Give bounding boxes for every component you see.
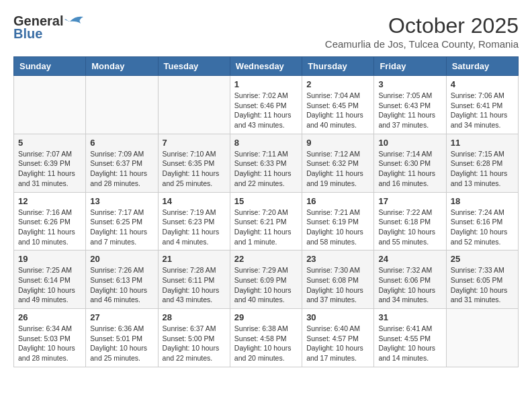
- day-info: Sunrise: 7:12 AM Sunset: 6:32 PM Dayligh…: [306, 149, 369, 189]
- day-info: Sunrise: 7:24 AM Sunset: 6:16 PM Dayligh…: [451, 208, 514, 247]
- day-number: 11: [451, 138, 514, 148]
- day-info: Sunrise: 7:32 AM Sunset: 6:06 PM Dayligh…: [378, 265, 441, 305]
- day-number: 15: [234, 196, 298, 206]
- day-info: Sunrise: 6:36 AM Sunset: 5:01 PM Dayligh…: [90, 324, 153, 363]
- calendar-day-3: 3Sunrise: 7:05 AM Sunset: 6:43 PM Daylig…: [374, 76, 446, 134]
- day-info: Sunrise: 7:30 AM Sunset: 6:08 PM Dayligh…: [306, 265, 369, 305]
- day-number: 22: [234, 254, 298, 264]
- day-info: Sunrise: 7:11 AM Sunset: 6:33 PM Dayligh…: [234, 149, 298, 189]
- day-info: Sunrise: 7:26 AM Sunset: 6:13 PM Dayligh…: [90, 265, 153, 305]
- weekday-header-monday: Monday: [86, 57, 158, 76]
- day-number: 31: [378, 312, 441, 322]
- calendar-day-29: 29Sunrise: 6:38 AM Sunset: 4:58 PM Dayli…: [230, 309, 302, 367]
- day-info: Sunrise: 7:20 AM Sunset: 6:21 PM Dayligh…: [234, 208, 298, 247]
- day-number: 5: [18, 138, 81, 148]
- page-header: General Blue October 2025 Ceamurlia de J…: [13, 13, 519, 50]
- day-number: 7: [163, 138, 226, 148]
- day-number: 10: [378, 138, 441, 148]
- weekday-header-friday: Friday: [374, 57, 446, 76]
- day-info: Sunrise: 7:33 AM Sunset: 6:05 PM Dayligh…: [451, 265, 514, 305]
- logo-bird-icon: [64, 14, 86, 29]
- calendar-day-10: 10Sunrise: 7:14 AM Sunset: 6:30 PM Dayli…: [374, 134, 446, 192]
- day-number: 26: [18, 312, 81, 322]
- day-info: Sunrise: 7:09 AM Sunset: 6:37 PM Dayligh…: [90, 149, 153, 189]
- day-number: 25: [451, 254, 514, 264]
- day-number: 8: [234, 138, 298, 148]
- calendar-day-30: 30Sunrise: 6:40 AM Sunset: 4:57 PM Dayli…: [302, 309, 374, 367]
- day-number: 18: [451, 196, 514, 206]
- day-number: 3: [378, 79, 441, 89]
- location-subtitle: Ceamurlia de Jos, Tulcea County, Romania: [325, 38, 519, 50]
- day-info: Sunrise: 7:06 AM Sunset: 6:41 PM Dayligh…: [451, 91, 514, 130]
- calendar-day-9: 9Sunrise: 7:12 AM Sunset: 6:32 PM Daylig…: [302, 134, 374, 192]
- weekday-header-row: SundayMondayTuesdayWednesdayThursdayFrid…: [14, 57, 519, 76]
- day-number: 20: [90, 254, 153, 264]
- day-number: 13: [90, 196, 153, 206]
- calendar-day-21: 21Sunrise: 7:28 AM Sunset: 6:11 PM Dayli…: [158, 250, 230, 309]
- calendar-day-16: 16Sunrise: 7:21 AM Sunset: 6:19 PM Dayli…: [302, 192, 374, 250]
- day-info: Sunrise: 7:28 AM Sunset: 6:11 PM Dayligh…: [163, 265, 226, 305]
- calendar-day-20: 20Sunrise: 7:26 AM Sunset: 6:13 PM Dayli…: [86, 250, 158, 309]
- calendar-week-row: 19Sunrise: 7:25 AM Sunset: 6:14 PM Dayli…: [14, 250, 519, 309]
- calendar-week-row: 12Sunrise: 7:16 AM Sunset: 6:26 PM Dayli…: [14, 192, 519, 250]
- calendar-table: SundayMondayTuesdayWednesdayThursdayFrid…: [13, 56, 519, 367]
- day-number: 30: [306, 312, 369, 322]
- day-info: Sunrise: 7:19 AM Sunset: 6:23 PM Dayligh…: [163, 208, 226, 247]
- day-number: 28: [163, 312, 226, 322]
- calendar-empty-cell: [158, 76, 230, 134]
- calendar-day-14: 14Sunrise: 7:19 AM Sunset: 6:23 PM Dayli…: [158, 192, 230, 250]
- day-number: 1: [234, 79, 298, 89]
- calendar-day-31: 31Sunrise: 6:41 AM Sunset: 4:55 PM Dayli…: [374, 309, 446, 367]
- calendar-day-22: 22Sunrise: 7:29 AM Sunset: 6:09 PM Dayli…: [230, 250, 302, 309]
- day-info: Sunrise: 7:07 AM Sunset: 6:39 PM Dayligh…: [18, 149, 81, 189]
- day-number: 14: [163, 196, 226, 206]
- calendar-day-25: 25Sunrise: 7:33 AM Sunset: 6:05 PM Dayli…: [446, 250, 518, 309]
- day-number: 29: [234, 312, 298, 322]
- calendar-day-23: 23Sunrise: 7:30 AM Sunset: 6:08 PM Dayli…: [302, 250, 374, 309]
- calendar-day-8: 8Sunrise: 7:11 AM Sunset: 6:33 PM Daylig…: [230, 134, 302, 192]
- calendar-day-13: 13Sunrise: 7:17 AM Sunset: 6:25 PM Dayli…: [86, 192, 158, 250]
- day-number: 21: [163, 254, 226, 264]
- calendar-day-12: 12Sunrise: 7:16 AM Sunset: 6:26 PM Dayli…: [14, 192, 86, 250]
- day-number: 19: [18, 254, 81, 264]
- calendar-day-11: 11Sunrise: 7:15 AM Sunset: 6:28 PM Dayli…: [446, 134, 518, 192]
- day-info: Sunrise: 7:15 AM Sunset: 6:28 PM Dayligh…: [451, 149, 514, 189]
- day-info: Sunrise: 7:22 AM Sunset: 6:18 PM Dayligh…: [378, 208, 441, 247]
- day-number: 9: [306, 138, 369, 148]
- calendar-empty-cell: [86, 76, 158, 134]
- calendar-day-28: 28Sunrise: 6:37 AM Sunset: 5:00 PM Dayli…: [158, 309, 230, 367]
- calendar-day-15: 15Sunrise: 7:20 AM Sunset: 6:21 PM Dayli…: [230, 192, 302, 250]
- weekday-header-thursday: Thursday: [302, 57, 374, 76]
- calendar-day-2: 2Sunrise: 7:04 AM Sunset: 6:45 PM Daylig…: [302, 76, 374, 134]
- calendar-day-7: 7Sunrise: 7:10 AM Sunset: 6:35 PM Daylig…: [158, 134, 230, 192]
- calendar-empty-cell: [14, 76, 86, 134]
- day-info: Sunrise: 7:04 AM Sunset: 6:45 PM Dayligh…: [306, 91, 369, 130]
- calendar-day-19: 19Sunrise: 7:25 AM Sunset: 6:14 PM Dayli…: [14, 250, 86, 309]
- day-info: Sunrise: 7:14 AM Sunset: 6:30 PM Dayligh…: [378, 149, 441, 189]
- day-info: Sunrise: 6:41 AM Sunset: 4:55 PM Dayligh…: [378, 324, 441, 363]
- day-info: Sunrise: 6:38 AM Sunset: 4:58 PM Dayligh…: [234, 324, 298, 363]
- weekday-header-sunday: Sunday: [14, 57, 86, 76]
- weekday-header-wednesday: Wednesday: [230, 57, 302, 76]
- day-number: 27: [90, 312, 153, 322]
- day-info: Sunrise: 7:21 AM Sunset: 6:19 PM Dayligh…: [306, 208, 369, 247]
- day-info: Sunrise: 7:25 AM Sunset: 6:14 PM Dayligh…: [18, 265, 81, 305]
- calendar-body: 1Sunrise: 7:02 AM Sunset: 6:46 PM Daylig…: [14, 76, 519, 367]
- day-number: 16: [306, 196, 369, 206]
- calendar-empty-cell: [446, 309, 518, 367]
- weekday-header-tuesday: Tuesday: [158, 57, 230, 76]
- day-number: 17: [378, 196, 441, 206]
- day-number: 2: [306, 79, 369, 89]
- weekday-header-saturday: Saturday: [446, 57, 518, 76]
- calendar-day-5: 5Sunrise: 7:07 AM Sunset: 6:39 PM Daylig…: [14, 134, 86, 192]
- calendar-day-17: 17Sunrise: 7:22 AM Sunset: 6:18 PM Dayli…: [374, 192, 446, 250]
- calendar-day-24: 24Sunrise: 7:32 AM Sunset: 6:06 PM Dayli…: [374, 250, 446, 309]
- day-info: Sunrise: 7:02 AM Sunset: 6:46 PM Dayligh…: [234, 91, 298, 130]
- calendar-day-26: 26Sunrise: 6:34 AM Sunset: 5:03 PM Dayli…: [14, 309, 86, 367]
- day-number: 6: [90, 138, 153, 148]
- day-info: Sunrise: 7:16 AM Sunset: 6:26 PM Dayligh…: [18, 208, 81, 247]
- day-number: 23: [306, 254, 369, 264]
- day-number: 24: [378, 254, 441, 264]
- day-info: Sunrise: 6:34 AM Sunset: 5:03 PM Dayligh…: [18, 324, 81, 363]
- calendar-week-row: 26Sunrise: 6:34 AM Sunset: 5:03 PM Dayli…: [14, 309, 519, 367]
